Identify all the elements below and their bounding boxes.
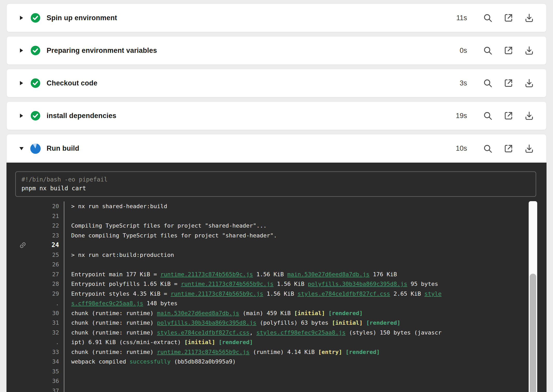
log-text-segment: [rendered] <box>366 320 400 326</box>
artifact-link[interactable]: runtime.21173c874b565b9c.js <box>181 281 274 287</box>
log-text-segment: [rendered] <box>328 310 362 316</box>
line-number[interactable]: 34 <box>27 357 59 367</box>
artifact-link[interactable]: runtime.21173c874b565b9c.js <box>160 271 253 278</box>
search-logs-button[interactable] <box>477 46 498 55</box>
download-logs-button[interactable] <box>519 111 540 121</box>
step-row[interactable]: Preparing environment variables0s <box>6 36 547 65</box>
download-icon <box>524 13 534 23</box>
log-line-text: chunk (runtime: runtime) styles.e784ce1d… <box>64 328 547 338</box>
log-line: 31chunk (runtime: runtime) polyfills.30b… <box>6 318 547 328</box>
step-duration: 11s <box>456 14 467 22</box>
download-logs-button[interactable] <box>519 144 540 154</box>
line-number[interactable]: 32 <box>27 328 59 338</box>
success-check-icon <box>30 78 41 89</box>
open-in-new-button[interactable] <box>498 111 519 121</box>
line-number[interactable]: 31 <box>27 318 59 328</box>
log-line-text: Entrypoint polyfills 1.65 KiB = runtime.… <box>64 279 547 289</box>
open-icon <box>504 13 513 23</box>
open-in-new-button[interactable] <box>498 13 519 23</box>
search-logs-button[interactable] <box>477 13 498 23</box>
line-number[interactable]: 23 <box>27 231 59 241</box>
log-line-text: s.cff98efec9c25aa8.js 148 bytes <box>64 299 547 308</box>
artifact-link[interactable]: polyfills.30b34ba869c395d8.js <box>308 281 407 287</box>
line-number[interactable]: 35 <box>27 367 59 376</box>
log-line: 28Entrypoint polyfills 1.65 KiB = runtim… <box>6 279 547 289</box>
log-text-segment: chunk (runtime: runtime) <box>71 349 157 355</box>
open-in-new-button[interactable] <box>498 78 519 88</box>
line-number[interactable]: 30 <box>27 308 59 318</box>
line-number[interactable]: 27 <box>27 270 59 279</box>
line-number[interactable]: . <box>27 337 59 347</box>
download-logs-button[interactable] <box>519 78 540 88</box>
open-in-new-button[interactable] <box>498 46 519 55</box>
log-text-segment: Entrypoint main 177 KiB = <box>71 271 160 278</box>
log-text-segment: > nx run cart:build:production <box>71 252 174 258</box>
download-logs-button[interactable] <box>519 46 540 55</box>
step-label: Spin up environment <box>47 14 117 22</box>
step-row[interactable]: Checkout code3s <box>6 69 547 97</box>
artifact-link[interactable]: style <box>424 291 441 297</box>
step-row[interactable]: Run build10s <box>6 134 547 163</box>
artifact-link[interactable]: styles.cff98efec9c25aa8.js <box>256 329 345 336</box>
line-number[interactable]: 26 <box>27 260 59 270</box>
search-icon <box>483 111 493 121</box>
log-line-text: webpack compiled successfully (bb5db882a… <box>64 357 547 367</box>
download-icon <box>524 78 534 88</box>
scrollbar-thumb[interactable] <box>530 274 536 392</box>
line-number[interactable]: 28 <box>27 279 59 289</box>
artifact-link[interactable]: runtime.21173c874b565b9c.js <box>157 349 250 355</box>
log-text-segment <box>215 339 219 345</box>
log-line-text <box>64 240 547 250</box>
search-icon <box>483 78 493 88</box>
terminal-scrollbar[interactable] <box>529 201 537 392</box>
log-line: 21 <box>6 211 547 221</box>
artifact-link[interactable]: s.cff98efec9c25aa8.js <box>71 300 143 307</box>
chevron-right-icon[interactable] <box>20 81 23 85</box>
log-text-segment <box>363 320 366 326</box>
log-text-segment: ipt) 6.91 KiB (css/mini-extract) <box>71 339 184 345</box>
search-logs-button[interactable] <box>477 111 498 121</box>
search-icon <box>483 46 493 55</box>
search-logs-button[interactable] <box>477 78 498 88</box>
artifact-link[interactable]: styles.e784ce1dfbf827cf.css <box>157 329 250 336</box>
success-check-icon <box>30 110 41 121</box>
chevron-right-icon[interactable] <box>20 114 23 118</box>
line-number[interactable]: . <box>27 299 59 308</box>
line-number[interactable]: 21 <box>27 211 59 221</box>
artifact-link[interactable]: polyfills.30b34ba869c395d8.js <box>157 320 256 326</box>
command-line: pnpm nx build cart <box>21 184 530 193</box>
line-number[interactable]: 33 <box>27 347 59 357</box>
line-anchor-slot <box>6 299 27 308</box>
line-number[interactable]: 37 <box>27 386 59 392</box>
line-number[interactable]: 24 <box>27 240 59 250</box>
chevron-right-icon[interactable] <box>20 48 23 53</box>
log-line: 23Done compiling TypeScript files for pr… <box>6 231 547 241</box>
log-line-text <box>64 386 547 392</box>
artifact-link[interactable]: styles.e784ce1dfbf827cf.css <box>297 291 390 297</box>
step-row[interactable]: Spin up environment11s <box>6 4 547 32</box>
search-logs-button[interactable] <box>477 144 498 154</box>
chevron-right-icon[interactable] <box>20 16 23 20</box>
artifact-link[interactable]: main.530e27d6eed8a7db.js <box>287 271 369 278</box>
log-text-segment: webpack compiled <box>71 358 129 365</box>
line-anchor-slot <box>6 201 27 211</box>
log-line-text: Entrypoint styles 4.35 KiB = runtime.211… <box>64 289 547 299</box>
line-number[interactable]: 36 <box>27 376 59 386</box>
line-number[interactable]: 29 <box>27 289 59 299</box>
download-icon <box>524 46 534 55</box>
line-number[interactable]: 22 <box>27 221 59 231</box>
open-in-new-button[interactable] <box>498 144 519 154</box>
log-text-segment <box>342 349 345 355</box>
line-number[interactable]: 25 <box>27 250 59 260</box>
chevron-down-icon[interactable] <box>20 147 23 150</box>
step-row[interactable]: install dependencies19s <box>6 101 547 130</box>
line-number[interactable]: 20 <box>27 201 59 211</box>
download-logs-button[interactable] <box>519 13 540 23</box>
download-icon <box>524 111 534 121</box>
artifact-link[interactable]: runtime.21173c874b565b9c.js <box>171 291 263 297</box>
log-line-text: > nx run shared-header:build <box>64 201 547 211</box>
artifact-link[interactable]: main.530e27d6eed8a7db.js <box>157 310 239 316</box>
search-icon <box>483 13 493 23</box>
line-anchor-slot <box>6 376 27 386</box>
line-anchor-link-icon[interactable] <box>6 240 27 250</box>
